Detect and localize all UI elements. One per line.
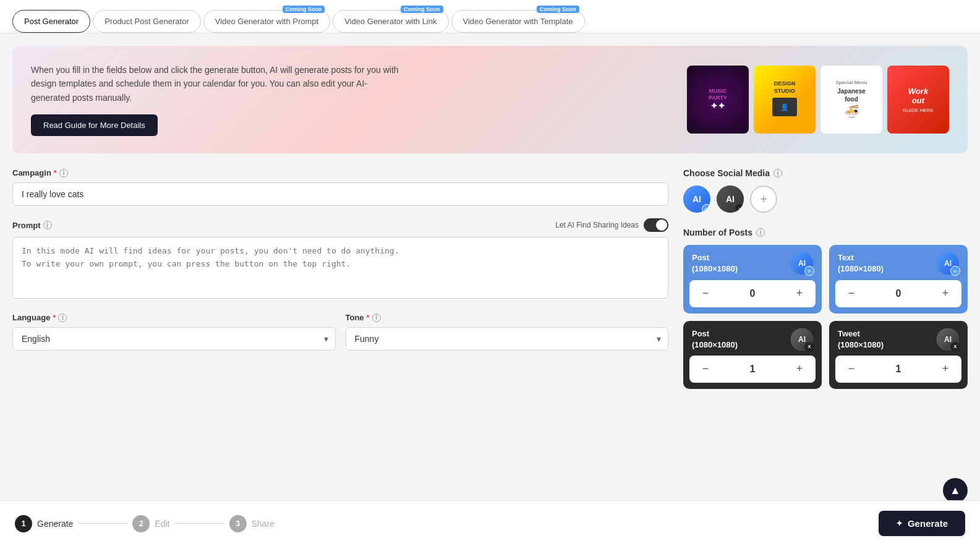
tone-required: * bbox=[367, 313, 370, 322]
tabs-container: Post Generator Product Post Generator Vi… bbox=[0, 0, 980, 33]
post-card-instagram-blue-title: Post(1080×1080) bbox=[692, 252, 738, 275]
tab-video-generator-prompt-label: Video Generator with Prompt bbox=[215, 17, 318, 26]
post-tweet-twitter-dark-increment[interactable]: + bbox=[937, 360, 954, 378]
post-instagram-blue-badge: in bbox=[804, 266, 814, 276]
right-panel: Choose Social Media i AI in AI X + Numbe… bbox=[683, 168, 968, 389]
tab-video-generator-link-label: Video Generator with Link bbox=[344, 17, 437, 26]
music-party-text: MUSICPARTY✦✦ bbox=[709, 88, 727, 111]
language-select[interactable]: English Spanish French German Japanese bbox=[12, 327, 336, 351]
tab-video-generator-template-label: Video Generator with Template bbox=[463, 17, 573, 26]
social-media-label-text: Choose Social Media bbox=[683, 168, 770, 178]
ai-toggle[interactable] bbox=[644, 218, 668, 232]
social-media-info-icon[interactable]: i bbox=[773, 169, 782, 177]
campaign-label-text: Campagin bbox=[12, 168, 51, 177]
banner-image-workout: WorkoutGUIDE HERE bbox=[887, 66, 949, 134]
post-card-text-instagram-blue-title: Text(1080×1080) bbox=[838, 252, 884, 275]
tone-select[interactable]: Funny Professional Casual Inspirational … bbox=[346, 327, 669, 351]
post-twitter-dark-counter: − 1 + bbox=[689, 356, 816, 383]
banner-text: When you fill in the fields below and cl… bbox=[31, 63, 402, 136]
post-tweet-twitter-dark-counter: − 1 + bbox=[835, 356, 961, 383]
number-of-posts-info-icon[interactable]: i bbox=[756, 228, 765, 237]
tone-select-wrapper: Funny Professional Casual Inspirational … bbox=[346, 327, 669, 351]
prompt-header: Prompt i Let AI Find Sharing Ideas bbox=[12, 218, 668, 232]
prompt-textarea[interactable] bbox=[12, 237, 668, 299]
left-panel: Campagin * i Prompt i Let AI Find Sharin… bbox=[12, 168, 668, 389]
add-social-button[interactable]: + bbox=[750, 186, 777, 213]
post-twitter-dark-value: 1 bbox=[750, 364, 756, 375]
language-required: * bbox=[53, 313, 56, 322]
coming-soon-badge-1: Coming Soon bbox=[283, 6, 325, 13]
tone-info-icon[interactable]: i bbox=[372, 314, 381, 322]
prompt-info-icon[interactable]: i bbox=[43, 221, 52, 229]
twitter-account[interactable]: AI X bbox=[717, 186, 744, 213]
campaign-label: Campagin * i bbox=[12, 168, 668, 177]
banner: When you fill in the fields below and cl… bbox=[12, 46, 968, 153]
post-card-text-instagram-blue: Text(1080×1080) AI in − 0 + bbox=[829, 245, 968, 313]
post-card-tweet-twitter-dark: Tweet(1080×1080) AI X − 1 + bbox=[829, 321, 968, 389]
campaign-required: * bbox=[54, 168, 57, 177]
prompt-field-group: Prompt i Let AI Find Sharing Ideas bbox=[12, 218, 668, 301]
tabs: Post Generator Product Post Generator Vi… bbox=[12, 10, 968, 33]
read-guide-button[interactable]: Read Guide for More Details bbox=[31, 114, 158, 136]
post-instagram-blue-value: 0 bbox=[750, 288, 756, 299]
post-twitter-dark-increment[interactable]: + bbox=[791, 360, 808, 378]
instagram-badge: in bbox=[702, 204, 710, 213]
post-text-instagram-blue-value: 0 bbox=[896, 288, 901, 299]
post-tweet-twitter-dark-decrement[interactable]: − bbox=[843, 360, 860, 378]
language-label-text: Language bbox=[12, 313, 50, 322]
post-text-instagram-blue-increment[interactable]: + bbox=[937, 285, 954, 302]
design-studio-text: DESIGNSTUDIO👤 bbox=[772, 80, 797, 118]
main-content: Campagin * i Prompt i Let AI Find Sharin… bbox=[0, 153, 980, 404]
tab-video-generator-template[interactable]: Video Generator with Template Coming Soo… bbox=[451, 10, 585, 33]
post-card-text-instagram-blue-header: Text(1080×1080) AI in bbox=[829, 245, 968, 279]
tab-video-generator-link[interactable]: Video Generator with Link Coming Soon bbox=[333, 10, 448, 33]
social-media-title: Choose Social Media i bbox=[683, 168, 968, 178]
post-tweet-twitter-dark-value: 1 bbox=[896, 364, 901, 375]
toggle-label: Let AI Find Sharing Ideas bbox=[555, 218, 668, 232]
post-card-twitter-dark-header: Post(1080×1080) AI X bbox=[683, 321, 822, 356]
post-text-instagram-blue-decrement[interactable]: − bbox=[843, 285, 860, 302]
social-icons: AI in AI X + bbox=[683, 186, 968, 213]
post-instagram-blue-avatar: AI in bbox=[791, 252, 813, 275]
tab-product-post-generator-label: Product Post Generator bbox=[104, 17, 189, 26]
instagram-account[interactable]: AI in bbox=[683, 186, 710, 213]
tab-post-generator-label: Post Generator bbox=[24, 17, 79, 26]
banner-image-music-party: MUSICPARTY✦✦ bbox=[687, 66, 749, 134]
post-card-tweet-twitter-dark-title: Tweet(1080×1080) bbox=[838, 328, 884, 351]
post-instagram-blue-increment[interactable]: + bbox=[791, 285, 808, 302]
campaign-input[interactable] bbox=[12, 182, 668, 206]
language-field-group: Language * i English Spanish French Germ… bbox=[12, 313, 336, 351]
tone-label: Tone * i bbox=[346, 313, 669, 322]
post-instagram-blue-counter: − 0 + bbox=[689, 280, 816, 307]
post-twitter-dark-badge: X bbox=[804, 342, 814, 352]
campaign-info-icon[interactable]: i bbox=[59, 169, 68, 177]
post-card-instagram-blue: Post(1080×1080) AI in − 0 + bbox=[683, 245, 822, 313]
workout-text: WorkoutGUIDE HERE bbox=[903, 87, 934, 113]
banner-images: MUSICPARTY✦✦ DESIGNSTUDIO👤 Special MenuJ… bbox=[687, 66, 949, 134]
number-of-posts-title: Number of Posts i bbox=[683, 228, 968, 237]
post-twitter-dark-decrement[interactable]: − bbox=[697, 360, 714, 378]
post-card-tweet-twitter-dark-header: Tweet(1080×1080) AI X bbox=[829, 321, 968, 356]
tab-video-generator-prompt[interactable]: Video Generator with Prompt Coming Soon bbox=[203, 10, 330, 33]
prompt-label: Prompt i bbox=[12, 221, 52, 230]
banner-description: When you fill in the fields below and cl… bbox=[31, 63, 402, 105]
prompt-label-text: Prompt bbox=[12, 221, 41, 230]
banner-image-design-studio: DESIGNSTUDIO👤 bbox=[754, 66, 816, 134]
posts-grid: Post(1080×1080) AI in − 0 + Text(1080×10… bbox=[683, 245, 968, 389]
language-info-icon[interactable]: i bbox=[58, 314, 67, 322]
tone-field-group: Tone * i Funny Professional Casual Inspi… bbox=[346, 313, 669, 351]
post-text-instagram-blue-avatar: AI in bbox=[937, 252, 959, 275]
language-label: Language * i bbox=[12, 313, 336, 322]
tab-product-post-generator[interactable]: Product Post Generator bbox=[93, 10, 201, 33]
toggle-circle bbox=[656, 220, 667, 231]
campaign-field-group: Campagin * i bbox=[12, 168, 668, 206]
tab-post-generator[interactable]: Post Generator bbox=[12, 10, 90, 33]
number-of-posts-label-text: Number of Posts bbox=[683, 228, 752, 237]
twitter-badge: X bbox=[735, 204, 744, 213]
banner-image-japanese-food: Special MenuJapanesefood🍜 bbox=[820, 66, 882, 134]
japanese-food-text: Special MenuJapanesefood🍜 bbox=[835, 80, 867, 119]
post-card-twitter-dark: Post(1080×1080) AI X − 1 + bbox=[683, 321, 822, 389]
post-instagram-blue-decrement[interactable]: − bbox=[697, 285, 714, 302]
tone-label-text: Tone bbox=[346, 313, 364, 322]
post-text-instagram-blue-counter: − 0 + bbox=[835, 280, 961, 307]
